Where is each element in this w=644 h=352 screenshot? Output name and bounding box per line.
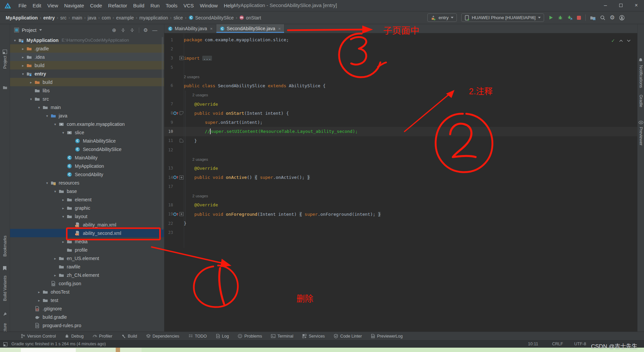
tree-item-profile[interactable]: profile: [10, 246, 164, 254]
code-line-17[interactable]: 17: [164, 182, 637, 191]
tree-scrollbar[interactable]: [162, 37, 163, 230]
menu-window[interactable]: Window: [197, 3, 221, 8]
settings-gear-icon[interactable]: ⚙: [610, 15, 615, 20]
close-button[interactable]: ×: [629, 0, 644, 11]
tree-item-rawfile[interactable]: rawfile: [10, 262, 164, 271]
toolwindow-button-dependencies[interactable]: Dependencies: [146, 334, 179, 339]
toolwindow-button-profiler[interactable]: Profiler: [93, 334, 112, 339]
tree-item-build[interactable]: ▸build: [10, 61, 164, 69]
close-icon[interactable]: ×: [278, 26, 281, 31]
menu-view[interactable]: View: [44, 3, 61, 8]
tree-item-main[interactable]: ▾main: [10, 103, 164, 111]
toolwindow-button-previewerlog[interactable]: PreviewerLog: [371, 334, 402, 339]
stripe-gradle-button[interactable]: Gradle: [639, 95, 643, 107]
stripe-build-variants-button[interactable]: Build Variants: [3, 275, 7, 301]
code-line-13[interactable]: 13 @Override: [164, 164, 637, 173]
attach-profiler-button[interactable]: [567, 15, 573, 20]
menu-edit[interactable]: Edit: [30, 3, 44, 8]
breadcrumb-secondabilityslice[interactable]: CSecondAbilitySlice: [188, 15, 234, 20]
fold-plus-icon[interactable]: [179, 175, 184, 180]
override-marker-icon[interactable]: [173, 175, 179, 180]
tree-item-com-example-myapplication[interactable]: ▾com.example.myapplication: [10, 120, 164, 128]
hide-panel-icon[interactable]: —: [152, 28, 157, 33]
code-editor[interactable]: 1package com.example.myapplication.slice…: [164, 33, 637, 332]
tree-item-secondabilityslice[interactable]: CSecondAbilitySlice: [10, 145, 164, 153]
chevron-up-icon[interactable]: [619, 40, 623, 42]
code-line-2[interactable]: 2: [164, 44, 637, 53]
device-selector[interactable]: HUAWEI Phone [HUAWEIAPI6]: [461, 13, 544, 22]
usages-inlay-hint[interactable]: 2 usages: [193, 157, 208, 161]
stripe-project-button[interactable]: Project: [3, 56, 7, 69]
tree-item-slice[interactable]: ▾slice: [10, 128, 164, 137]
chevron-down-icon[interactable]: [39, 29, 42, 31]
line-separator-indicator[interactable]: CRLF: [552, 342, 563, 346]
maximize-button[interactable]: [613, 0, 629, 11]
menu-tools[interactable]: Tools: [163, 3, 180, 8]
code-line-12[interactable]: 12: [164, 145, 637, 154]
fold-plus-icon[interactable]: [179, 56, 184, 60]
code-line-6[interactable]: 6public class SecondAbilitySlice extends…: [164, 81, 637, 90]
breadcrumb-com[interactable]: com: [101, 15, 111, 20]
breadcrumb-onstart[interactable]: monStart: [238, 15, 262, 20]
tree-item-myapplication[interactable]: ▾MyApplicationE:\HarmonyOsCode\MyApplica…: [10, 36, 164, 44]
code-line-19[interactable]: 19 public void onForeground(Intent inten…: [164, 210, 637, 219]
run-button[interactable]: [548, 15, 553, 20]
tree-item-idea[interactable]: ▸.idea: [10, 53, 164, 61]
inspection-widget[interactable]: ✓: [611, 38, 631, 43]
breadcrumb-example[interactable]: example: [115, 15, 135, 20]
tree-item-gitignore[interactable]: .gitignore: [10, 304, 164, 313]
minimize-button[interactable]: –: [598, 0, 613, 11]
code-line-8[interactable]: 8 public void onStart(Intent intent) {: [164, 109, 637, 118]
menu-code[interactable]: Code: [87, 3, 105, 8]
breadcrumb-myapplication[interactable]: MyApplication: [5, 15, 39, 20]
toolwindow-button-debug[interactable]: Debug: [65, 334, 84, 339]
tree-item-libs[interactable]: libs: [10, 86, 164, 95]
toolwindow-toggle-icon[interactable]: [3, 342, 7, 347]
tree-item-base[interactable]: ▾base: [10, 187, 164, 195]
gear-icon[interactable]: ⚙: [144, 28, 148, 33]
tree-item-graphic[interactable]: ▸graphic: [10, 204, 164, 212]
stripe-bookmarks-button[interactable]: Bookmarks: [3, 236, 7, 257]
toolwindow-button-version-control[interactable]: Version Control: [21, 334, 56, 339]
toolwindow-button-services[interactable]: Services: [302, 334, 325, 339]
code-line-9[interactable]: 9 super.onStart(intent);: [164, 118, 637, 127]
code-line-1[interactable]: 1package com.example.myapplication.slice…: [164, 35, 637, 44]
tree-item-mainability[interactable]: CMainAbility: [10, 153, 164, 162]
tree-item-myapplication[interactable]: CMyApplication: [10, 162, 164, 170]
usages-inlay-hint[interactable]: 2 usages: [193, 93, 208, 97]
tree-item-resources[interactable]: ▾resources: [10, 179, 164, 187]
locate-file-icon[interactable]: ⊕: [112, 28, 116, 33]
tree-item-mainabilityslice[interactable]: CMainAbilitySlice: [10, 137, 164, 145]
toolwindow-button-terminal[interactable]: Terminal: [271, 334, 293, 339]
chevron-down-icon[interactable]: [627, 40, 631, 42]
tab-mainability-java[interactable]: CMainAbility.java×: [164, 24, 216, 33]
breadcrumb-main[interactable]: main: [71, 15, 83, 20]
tab-secondabilityslice-java[interactable]: CSecondAbilitySlice.java×: [216, 24, 284, 33]
tree-item-build-gradle[interactable]: build.gradle: [10, 313, 164, 321]
toolwindow-button-log[interactable]: Log: [216, 334, 229, 339]
menu-refactor[interactable]: Refactor: [105, 3, 130, 8]
close-icon[interactable]: ×: [210, 26, 213, 31]
code-line-23[interactable]: 23: [164, 228, 637, 237]
code-line-5[interactable]: 5: [164, 63, 637, 72]
tree-item-java[interactable]: ▾java: [10, 111, 164, 120]
code-line-14[interactable]: 14 public void onActive() { super.onActi…: [164, 173, 637, 182]
menu-build[interactable]: Build: [130, 3, 147, 8]
tree-item-ability-main-xml[interactable]: <>ability_main.xml: [10, 220, 164, 229]
breadcrumb-java[interactable]: java: [87, 15, 97, 20]
project-panel-title[interactable]: Project: [22, 28, 37, 33]
tree-item-src[interactable]: ▾src: [10, 95, 164, 103]
stripe-notifications-button[interactable]: Notifications: [639, 65, 643, 88]
tree-item-media[interactable]: ▸media: [10, 237, 164, 246]
toolwindow-button-build[interactable]: Build: [121, 334, 137, 339]
tree-item-en-us-element[interactable]: ▸en_US.element: [10, 254, 164, 262]
collapse-all-icon[interactable]: [130, 28, 135, 33]
breadcrumb-myapplication[interactable]: myapplication: [139, 15, 169, 20]
tree-item-build[interactable]: ▸build: [10, 78, 164, 86]
menu-navigate[interactable]: Navigate: [61, 3, 87, 8]
stop-button[interactable]: [577, 16, 581, 20]
stripe-previewer-button[interactable]: Previewer: [639, 127, 643, 146]
breadcrumb-slice[interactable]: slice: [173, 15, 183, 20]
override-marker-icon[interactable]: [173, 212, 179, 217]
breadcrumb-entry[interactable]: entry: [43, 15, 55, 20]
